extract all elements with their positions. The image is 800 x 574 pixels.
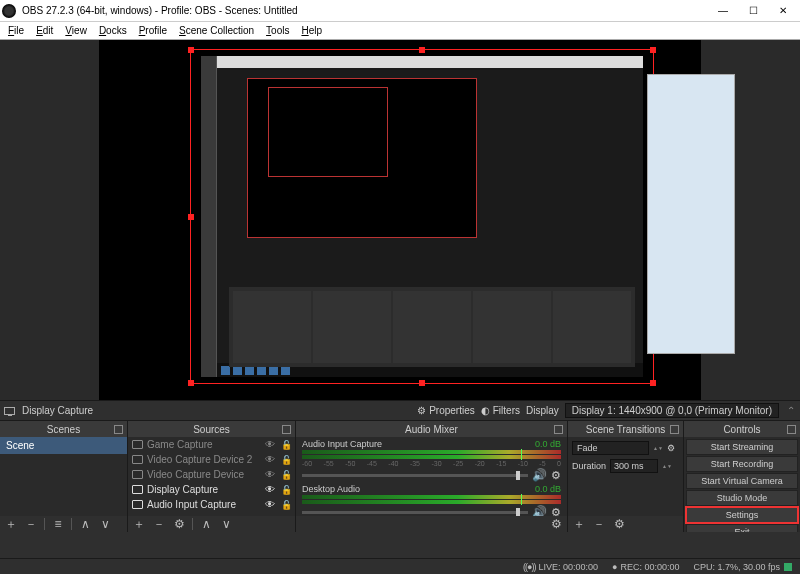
remove-transition-button[interactable]: －: [590, 518, 608, 531]
maximize-button[interactable]: ☐: [738, 1, 768, 21]
settings-button[interactable]: Settings: [686, 507, 798, 523]
duration-spin[interactable]: ▲▼: [662, 464, 672, 469]
remove-source-button[interactable]: －: [150, 518, 168, 531]
menu-view[interactable]: View: [59, 25, 93, 36]
menu-scene-collection[interactable]: Scene Collection: [173, 25, 260, 36]
studio-mode-button[interactable]: Studio Mode: [686, 490, 798, 506]
start-streaming-button[interactable]: Start Streaming: [686, 439, 798, 455]
resize-handle[interactable]: [188, 47, 194, 53]
scene-up-button[interactable]: ∧: [76, 518, 94, 531]
dock-header-sources[interactable]: Sources: [128, 421, 295, 437]
visibility-toggle-icon[interactable]: 👁: [265, 499, 277, 510]
track-label: Desktop Audio: [302, 484, 360, 494]
add-source-button[interactable]: ＋: [130, 518, 148, 531]
display-select[interactable]: Display 1: 1440x900 @ 0,0 (Primary Monit…: [565, 403, 779, 418]
dock-header-transitions[interactable]: Scene Transitions: [568, 421, 683, 437]
visibility-toggle-icon[interactable]: 👁: [265, 469, 277, 480]
properties-button[interactable]: ⚙ Properties: [417, 405, 475, 416]
audio-meter: [302, 500, 561, 504]
selected-source-label: Display Capture: [4, 405, 93, 416]
resize-handle[interactable]: [650, 380, 656, 386]
duration-input[interactable]: 300 ms: [610, 459, 658, 473]
minimize-button[interactable]: —: [708, 1, 738, 21]
mixer-track: Desktop Audio0.0 dB🔊⚙: [296, 482, 567, 516]
popout-icon[interactable]: [670, 425, 679, 434]
source-label: Game Capture: [147, 439, 213, 450]
menu-profile[interactable]: Profile: [133, 25, 173, 36]
recursive-preview: [201, 56, 643, 377]
popout-icon[interactable]: [787, 425, 796, 434]
visibility-toggle-icon[interactable]: 👁: [265, 484, 277, 495]
obs-app-icon: [2, 4, 16, 18]
track-settings-icon[interactable]: ⚙: [551, 469, 561, 482]
track-label: Audio Input Capture: [302, 439, 382, 449]
source-properties-button[interactable]: ⚙: [170, 518, 188, 531]
filters-button[interactable]: ◐ Filters: [481, 405, 520, 416]
mixer-settings-button[interactable]: ⚙: [547, 518, 565, 531]
close-button[interactable]: ✕: [768, 1, 798, 21]
add-transition-button[interactable]: ＋: [570, 518, 588, 531]
source-item[interactable]: Display Capture👁🔓: [128, 482, 295, 497]
menu-docks[interactable]: Docks: [93, 25, 133, 36]
popout-icon[interactable]: [114, 425, 123, 434]
scene-item[interactable]: Scene: [0, 437, 127, 454]
track-settings-icon[interactable]: ⚙: [551, 506, 561, 517]
transition-gear-icon[interactable]: ⚙: [667, 443, 679, 453]
broadcast-icon: [523, 562, 538, 572]
menu-help[interactable]: Help: [295, 25, 328, 36]
source-up-button[interactable]: ∧: [197, 518, 215, 531]
add-scene-button[interactable]: ＋: [2, 518, 20, 531]
transitions-footer: ＋ － ⚙: [568, 516, 683, 532]
popout-icon[interactable]: [282, 425, 291, 434]
start-recording-button[interactable]: Start Recording: [686, 456, 798, 472]
volume-slider[interactable]: [302, 474, 528, 477]
mixer-footer: ⚙: [296, 516, 567, 532]
preview-area[interactable]: [0, 40, 800, 400]
mute-button[interactable]: 🔊: [532, 505, 547, 516]
dock-header-controls[interactable]: Controls: [684, 421, 800, 437]
dock-header-mixer[interactable]: Audio Mixer: [296, 421, 567, 437]
resize-handle[interactable]: [188, 214, 194, 220]
lock-toggle-icon[interactable]: 🔓: [281, 455, 291, 465]
visibility-toggle-icon[interactable]: 👁: [265, 439, 277, 450]
dock-header-scenes[interactable]: Scenes: [0, 421, 127, 437]
menu-edit[interactable]: Edit: [30, 25, 59, 36]
source-item[interactable]: Game Capture👁🔓: [128, 437, 295, 452]
lock-toggle-icon[interactable]: 🔓: [281, 500, 291, 510]
resize-handle[interactable]: [650, 47, 656, 53]
mute-button[interactable]: 🔊: [532, 468, 547, 482]
start-virtual-camera-button[interactable]: Start Virtual Camera: [686, 473, 798, 489]
resize-handle[interactable]: [419, 47, 425, 53]
lock-toggle-icon[interactable]: 🔓: [281, 485, 291, 495]
transition-select[interactable]: Fade: [572, 441, 649, 455]
transition-spin[interactable]: ▲▼: [653, 446, 663, 451]
lock-toggle-icon[interactable]: 🔓: [281, 470, 291, 480]
track-db: 0.0 dB: [535, 439, 561, 449]
source-type-icon: [132, 470, 143, 479]
source-down-button[interactable]: ∨: [217, 518, 235, 531]
source-item[interactable]: Audio Input Capture👁🔓: [128, 497, 295, 512]
source-item[interactable]: Video Capture Device 2👁🔓: [128, 452, 295, 467]
menu-file[interactable]: File: [2, 25, 30, 36]
collapse-toolbar-icon[interactable]: [785, 407, 796, 415]
volume-slider[interactable]: [302, 511, 528, 514]
source-type-icon: [132, 440, 143, 449]
visibility-toggle-icon[interactable]: 👁: [265, 454, 277, 465]
exit-button[interactable]: Exit: [686, 524, 798, 532]
resize-handle[interactable]: [188, 380, 194, 386]
scene-filters-button[interactable]: ≡: [49, 518, 67, 531]
lock-toggle-icon[interactable]: 🔓: [281, 440, 291, 450]
menu-tools[interactable]: Tools: [260, 25, 295, 36]
source-item[interactable]: Video Capture Device👁🔓: [128, 467, 295, 482]
source-selection-outline[interactable]: [190, 49, 654, 384]
source-label: Video Capture Device: [147, 469, 244, 480]
popout-icon[interactable]: [554, 425, 563, 434]
remove-scene-button[interactable]: －: [22, 518, 40, 531]
mixer-track: Audio Input Capture0.0 dB-60-55-50-45-40…: [296, 437, 567, 482]
resize-handle[interactable]: [419, 380, 425, 386]
scene-down-button[interactable]: ∨: [96, 518, 114, 531]
transition-properties-button[interactable]: ⚙: [610, 518, 628, 531]
preview-canvas[interactable]: [99, 40, 701, 400]
display-label: Display: [526, 405, 559, 416]
audio-meter: [302, 455, 561, 459]
